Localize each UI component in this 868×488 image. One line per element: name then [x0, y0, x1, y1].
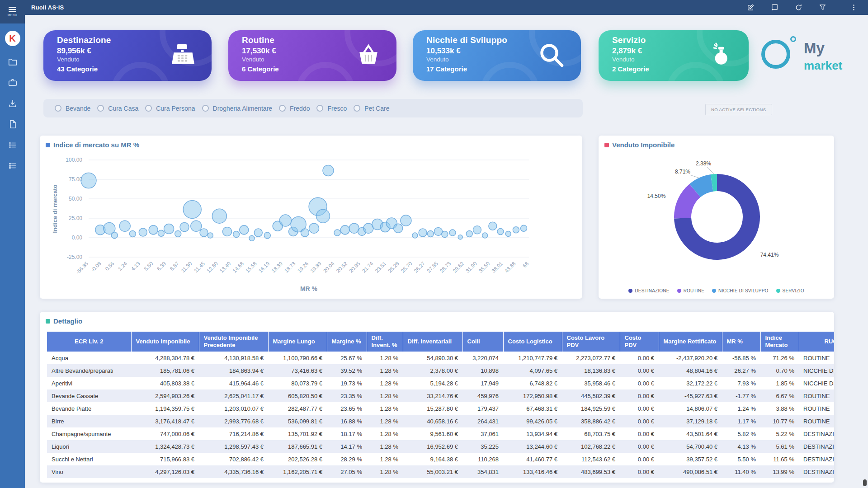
table-cell[interactable]: 54,700.40 € [659, 440, 722, 453]
table-cell[interactable]: 1,324,428.73 € [131, 440, 199, 453]
table-cell[interactable]: 536,099.81 € [268, 415, 327, 427]
table-cell[interactable]: 13,244.60 € [503, 440, 562, 453]
refresh-icon[interactable] [794, 3, 803, 12]
edit-icon[interactable] [746, 3, 755, 12]
donut-slice-servizio[interactable] [712, 183, 717, 183]
table-cell[interactable]: 490,086.51 € [659, 465, 722, 478]
download-icon[interactable] [8, 99, 18, 108]
column-header[interactable]: Venduto Imponibile [131, 332, 199, 352]
table-row[interactable]: Liquori1,324,428.73 €1,298,597.43 €187,6… [47, 440, 834, 453]
table-cell[interactable]: 0.00 € [620, 402, 659, 415]
table-cell[interactable]: 4.13 % [722, 440, 760, 453]
table-cell[interactable]: 0.00 € [620, 415, 659, 427]
table-cell[interactable]: DESTINAZIONE [799, 465, 834, 478]
table-cell[interactable]: 0.00 € [620, 427, 659, 440]
column-header[interactable]: Margine Rettificato [659, 332, 722, 352]
table-cell[interactable]: 67,468.31 € [503, 402, 562, 415]
table-cell[interactable]: 18,136.83 € [562, 364, 620, 377]
table-cell[interactable]: 5,194.28 € [403, 377, 462, 389]
scatter-bubble[interactable] [334, 230, 340, 236]
table-cell[interactable]: 19.73 % [327, 377, 367, 389]
filter-item[interactable]: Cura Persona [145, 105, 195, 112]
table-cell[interactable]: 80,073.79 € [268, 377, 327, 389]
table-cell[interactable]: 15,287.80 € [403, 402, 462, 415]
table-cell[interactable]: 702,886.42 € [199, 453, 268, 465]
table-cell[interactable]: Succhi e Nettari [47, 453, 131, 465]
table-cell[interactable]: 5.61 % [760, 440, 799, 453]
table-cell[interactable]: 23.65 % [327, 402, 367, 415]
table-cell[interactable]: 0.00 € [620, 364, 659, 377]
table-cell[interactable]: 1.28 % [367, 453, 403, 465]
app-logo-k[interactable]: K [5, 31, 20, 46]
scatter-bubble[interactable] [394, 224, 403, 233]
table-cell[interactable]: 6.67 % [760, 389, 799, 402]
table-cell[interactable]: 18.17 % [327, 427, 367, 440]
table-cell[interactable]: -56.85 % [722, 352, 760, 364]
table-cell[interactable]: 1.28 % [367, 402, 403, 415]
table-cell[interactable]: 27.05 % [327, 465, 367, 478]
table-cell[interactable]: 40,658.16 € [403, 415, 462, 427]
filter-item[interactable]: Bevande [55, 105, 90, 112]
table-cell[interactable]: Bevande Piatte [47, 402, 131, 415]
table-cell[interactable]: 10,898 [462, 364, 503, 377]
table-cell[interactable]: 0.00 € [620, 440, 659, 453]
table-cell[interactable]: 39,357.52 € [659, 453, 722, 465]
more-vertical-icon[interactable] [849, 3, 858, 12]
table-cell[interactable]: 1.85 % [760, 377, 799, 389]
table-cell[interactable]: 0.00 € [620, 352, 659, 364]
table-cell[interactable]: 2,993,776.68 € [199, 415, 268, 427]
list-alt-icon[interactable] [8, 161, 18, 171]
scatter-bubble[interactable] [208, 233, 213, 238]
filter-item[interactable]: Freddo [279, 105, 310, 112]
scatter-bubble[interactable] [489, 222, 497, 230]
table-cell[interactable]: 2,273,072.77 € [562, 352, 620, 364]
table-cell[interactable]: 73,416.63 € [268, 364, 327, 377]
table-cell[interactable]: 99,426.05 € [503, 415, 562, 427]
scatter-bubble[interactable] [175, 230, 181, 237]
table-cell[interactable]: 4,288,304.78 € [131, 352, 199, 364]
document-icon[interactable] [8, 119, 18, 129]
table-cell[interactable]: 11.65 % [760, 453, 799, 465]
table-cell[interactable]: 1.28 % [367, 427, 403, 440]
scatter-bubble[interactable] [301, 229, 309, 237]
table-cell[interactable]: 405,803.38 € [131, 377, 199, 389]
table-cell[interactable]: 0.00 € [620, 389, 659, 402]
table-cell[interactable]: 0.00 € [620, 465, 659, 478]
scatter-bubble[interactable] [419, 229, 427, 237]
table-cell[interactable]: 37,129.18 € [659, 415, 722, 427]
table-cell[interactable]: 1.28 % [367, 364, 403, 377]
table-cell[interactable]: 25.67 % [327, 352, 367, 364]
table-cell[interactable]: 1,162,205.71 € [268, 465, 327, 478]
scatter-bubble[interactable] [191, 221, 202, 231]
column-header[interactable]: Costo Lavoro PDV [562, 332, 620, 352]
table-cell[interactable]: Liquori [47, 440, 131, 453]
table-cell[interactable]: 26.27 % [722, 364, 760, 377]
table-cell[interactable]: 110,268 [462, 453, 503, 465]
table-cell[interactable]: 1.28 % [367, 389, 403, 402]
table-cell[interactable]: 35,958.46 € [562, 377, 620, 389]
scatter-bubble[interactable] [264, 232, 270, 239]
table-cell[interactable]: 11.40 % [722, 465, 760, 478]
scatter-bubble[interactable] [434, 227, 443, 235]
column-header[interactable]: Diff. Invent. % [367, 332, 403, 352]
scatter-bubble[interactable] [223, 227, 232, 236]
scatter-bubble[interactable] [323, 165, 334, 176]
table-cell[interactable]: 41,460.77 € [503, 453, 562, 465]
table-cell[interactable]: 354,831 [462, 465, 503, 478]
table-cell[interactable]: 9,561.60 € [403, 427, 462, 440]
scatter-bubble[interactable] [401, 215, 411, 226]
table-cell[interactable]: 32,172.22 € [659, 377, 722, 389]
table-cell[interactable]: 133,416.46 € [503, 465, 562, 478]
table-cell[interactable]: DESTINAZIONE [799, 427, 834, 440]
legend-item[interactable]: ROUTINE [677, 288, 704, 293]
table-cell[interactable]: 179,437 [462, 402, 503, 415]
scatter-bubble[interactable] [119, 221, 130, 231]
table-cell[interactable]: 483,699.53 € [562, 465, 620, 478]
table-cell[interactable]: 184,863.94 € [199, 364, 268, 377]
table-cell[interactable]: 9,164.38 € [403, 453, 462, 465]
scatter-bubble[interactable] [482, 233, 488, 238]
table-row[interactable]: Birre3,176,418.47 €2,993,776.68 €536,099… [47, 415, 834, 427]
column-header[interactable]: Margine Lungo [268, 332, 327, 352]
table-cell[interactable]: 4,297,126.03 € [131, 465, 199, 478]
table-row[interactable]: Bevande Gassate2,594,903.26 €2,625,041.1… [47, 389, 834, 402]
